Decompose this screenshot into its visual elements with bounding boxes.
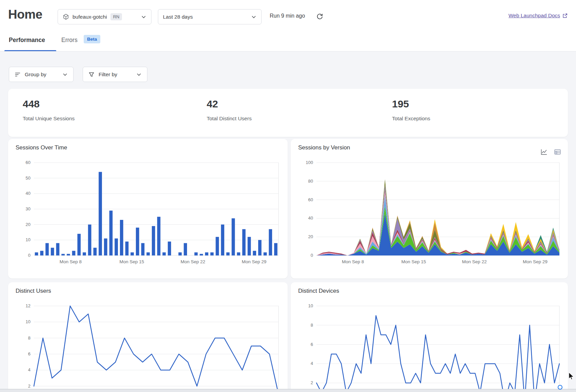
svg-text:6: 6: [311, 342, 313, 347]
funnel-icon: [88, 71, 95, 78]
page-title: Home: [8, 7, 42, 22]
svg-text:12: 12: [26, 303, 30, 308]
filter-by-label: Filter by: [99, 71, 117, 78]
chevron-down-icon: [136, 72, 142, 77]
refresh-button[interactable]: [316, 12, 325, 21]
svg-text:80: 80: [308, 179, 313, 184]
chevron-down-icon: [62, 72, 68, 77]
line-chart-view-button[interactable]: [540, 148, 548, 156]
group-lines-icon: [15, 71, 21, 78]
app-selector[interactable]: bufeaux-gotchi RN: [58, 9, 151, 24]
table-view-button[interactable]: [554, 148, 562, 156]
svg-text:40: 40: [308, 215, 313, 221]
group-by-label: Group by: [25, 71, 46, 78]
group-by-dropdown[interactable]: Group by: [9, 67, 74, 82]
line-chart-icon: [540, 148, 548, 156]
distinct-users-card: Distinct Users 24681012: [8, 282, 288, 392]
refresh-icon: [316, 13, 325, 20]
stat-value: 448: [23, 98, 75, 110]
svg-text:40: 40: [26, 191, 30, 196]
external-link-icon: [562, 13, 568, 19]
svg-text:6: 6: [28, 351, 30, 356]
stat-label: Total Distinct Users: [207, 116, 252, 122]
docs-link[interactable]: Web Launchpad Docs: [509, 13, 568, 19]
filter-by-dropdown[interactable]: Filter by: [83, 67, 147, 82]
sessions-over-time-chart: 0102030405060Mon Sep 8Mon Sep 15Mon Sep …: [15, 157, 283, 267]
beta-badge[interactable]: Beta: [84, 35, 100, 43]
svg-text:60: 60: [26, 160, 30, 165]
svg-text:Mon Sep 8: Mon Sep 8: [342, 259, 364, 264]
svg-text:0: 0: [311, 253, 313, 258]
svg-text:50: 50: [26, 176, 30, 181]
chart-title: Distinct Users: [16, 288, 51, 294]
svg-text:Mon Sep 22: Mon Sep 22: [181, 259, 205, 264]
distinct-devices-card: Distinct Devices 246810: [291, 282, 568, 392]
tab-errors[interactable]: Errors: [61, 37, 78, 44]
platform-badge: RN: [110, 13, 122, 20]
summary-stats-card: 448 Total Unique Sessions 42 Total Disti…: [8, 89, 568, 137]
stat-value: 42: [207, 98, 252, 110]
chart-title: Sessions by Version: [298, 144, 350, 151]
svg-text:Mon Sep 29: Mon Sep 29: [242, 259, 266, 264]
svg-text:Mon Sep 22: Mon Sep 22: [462, 259, 487, 264]
svg-text:2: 2: [311, 380, 313, 385]
svg-text:Mon Sep 15: Mon Sep 15: [401, 259, 426, 264]
svg-text:10: 10: [308, 303, 313, 308]
stat-total-exceptions: 195 Total Exceptions: [392, 98, 430, 122]
chevron-down-icon: [141, 14, 146, 20]
chart-title: Distinct Devices: [298, 288, 339, 294]
svg-text:30: 30: [26, 206, 30, 211]
svg-text:4: 4: [311, 361, 313, 366]
window-bottom-edge: [0, 389, 576, 392]
svg-text:20: 20: [26, 222, 30, 227]
stat-total-unique-sessions: 448 Total Unique Sessions: [23, 98, 75, 122]
stat-label: Total Unique Sessions: [23, 116, 75, 122]
distinct-devices-chart: 246810: [297, 300, 563, 392]
svg-text:2: 2: [28, 384, 30, 389]
svg-text:100: 100: [306, 160, 313, 165]
time-range-selector[interactable]: Last 28 days: [158, 9, 262, 24]
package-icon: [63, 14, 69, 20]
svg-text:8: 8: [311, 323, 313, 328]
cursor-highlight-ring: [558, 385, 562, 390]
sessions-by-version-chart: 020406080100Mon Sep 8Mon Sep 15Mon Sep 2…: [297, 157, 563, 267]
docs-link-label: Web Launchpad Docs: [509, 13, 560, 19]
sessions-by-version-card: Sessions by Version 020406080100Mon Sep …: [291, 139, 568, 278]
time-range-value: Last 28 days: [163, 14, 193, 20]
app-selector-value: bufeaux-gotchi: [73, 14, 107, 20]
svg-text:Mon Sep 15: Mon Sep 15: [119, 259, 144, 264]
table-icon: [554, 148, 562, 156]
svg-text:Mon Sep 8: Mon Sep 8: [60, 259, 82, 264]
stat-total-distinct-users: 42 Total Distinct Users: [207, 98, 252, 122]
svg-text:Mon Sep 29: Mon Sep 29: [523, 259, 548, 264]
svg-text:60: 60: [308, 197, 313, 202]
chevron-down-icon: [251, 14, 256, 20]
stat-value: 195: [392, 98, 430, 110]
chart-view-toggles: [540, 148, 562, 156]
stat-label: Total Exceptions: [392, 116, 430, 122]
distinct-users-chart: 24681012: [15, 300, 283, 392]
active-tab-underline: [4, 50, 56, 51]
svg-text:0: 0: [28, 253, 30, 258]
sessions-over-time-card: Sessions Over Time 0102030405060Mon Sep …: [8, 139, 288, 278]
svg-text:4: 4: [28, 367, 30, 372]
header: Home bufeaux-gotchi RN Last 28 days Run …: [0, 0, 576, 51]
svg-text:10: 10: [26, 237, 30, 242]
svg-text:8: 8: [28, 335, 30, 341]
chart-title: Sessions Over Time: [16, 144, 67, 151]
svg-text:20: 20: [308, 234, 313, 239]
mouse-cursor: [569, 372, 575, 382]
svg-text:10: 10: [26, 319, 30, 324]
tab-performance[interactable]: Performance: [9, 37, 45, 44]
run-status: Run 9 min ago: [270, 13, 305, 19]
